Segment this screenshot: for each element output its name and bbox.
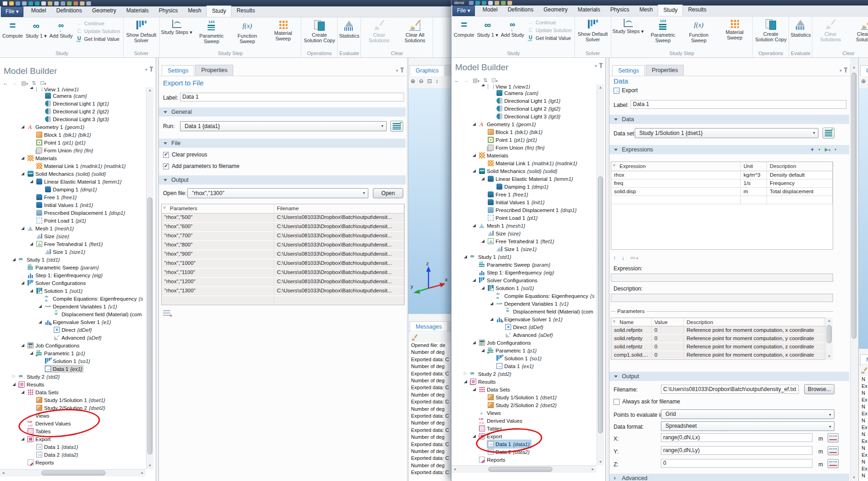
tree-item-size-1-size1[interactable]: Size 1{size1} [0,248,146,256]
tree-item-displacement-field-material-com-29[interactable]: Displacement field (Material) (com [0,310,146,318]
column-header-expression[interactable]: Expression [611,162,741,171]
save-icon[interactable] [469,1,473,5]
ribbon-tab-model[interactable]: Model [26,6,51,17]
column-header-unit[interactable]: Unit [741,162,767,171]
column-header-value[interactable]: Value [652,318,684,326]
tree-item-data-sets-39[interactable]: Data Sets [451,386,597,393]
table-row[interactable]: solid.dispmTotal displacement [611,188,833,196]
move-up-icon[interactable]: ↑ [613,254,616,261]
expanded-arrow-icon[interactable] [473,279,476,282]
browse-button[interactable]: Browse... [804,384,834,394]
ribbon-button-function-sweep[interactable]: Function Sweep [229,18,265,45]
tree-item-directional-light-3-lgt3[interactable]: Directional Light 3{lgt3} [0,115,146,123]
tree-item-view-1-view1[interactable]: View 1{view1} [0,87,146,92]
tree-item-data-1-ex1[interactable]: Data 1{ex1} [0,365,146,373]
parameters-scrollbar[interactable]: ▲ ▼ [825,318,833,360]
section-output[interactable]: Output [609,372,849,381]
coord-input-x[interactable]: range(0,dN,Lx) [661,433,812,442]
section-file[interactable]: File [159,139,406,148]
table-row[interactable]: freq1/sFrequency [611,179,833,188]
tree-toolbar[interactable]: ← → ▤▾ ⇅ ⊡▾ [454,77,498,84]
chevron-down-icon[interactable]: ▾ [840,68,842,73]
tree-item-advanced-adef[interactable]: Advanced{aDef} [451,331,597,339]
ribbon-tab-materials[interactable]: Materials [121,6,154,17]
tree-item-study-1-solution-1-dset1[interactable]: Study 1/Solution 1{dset1} [451,393,597,401]
tree-item-direct-ddef[interactable]: Direct{dDef} [451,323,597,331]
expanded-arrow-icon[interactable] [21,344,24,347]
tree-item-reports-48[interactable]: Reports [0,459,146,466]
tree-item-solver-configurations-25[interactable]: Solver Configurations [451,276,597,284]
scroll-thumb[interactable] [598,176,603,433]
tree-item-directional-light-2-lgt2[interactable]: Directional Light 2{lgt2} [0,107,146,115]
ribbon-button-add-study[interactable]: Add Study [48,18,74,39]
ribbon-button-update-solution[interactable]: Update Solution [527,27,571,34]
settings-vertical-scrollbar[interactable]: ▲ ▼ [850,64,857,481]
tree-item-free-tetrahedral-1-ftet1[interactable]: Free Tetrahedral 1{ftet1} [0,240,146,248]
zoom-out-icon[interactable]: ⊖ [419,78,423,84]
expanded-arrow-icon[interactable] [39,320,42,324]
tree-item-compile-equations-eigenfrequency-s[interactable]: Compile Equations: Eigenfrequency{s [0,295,146,302]
ribbon-button-study-steps[interactable]: Study Steps ▾ [160,18,194,35]
column-header-description[interactable]: Description [767,162,833,171]
output-files-table[interactable]: ParametersFilename"rhox","500"C:\Users\s… [161,204,405,305]
pin-icon[interactable] [151,67,152,72]
tree-item-solution-1-so1[interactable]: Solution 1{so1} [451,354,597,362]
collapsed-arrow-icon[interactable]: ▷ [12,374,16,378]
expanded-arrow-icon[interactable] [21,437,24,441]
pane-menu-icons[interactable]: ▾ [840,68,846,73]
tree-item-linear-elastic-material-1-lemm1[interactable]: Linear Elastic Material 1{lemm1} [0,178,146,185]
checkbox-row-clear-previous[interactable]: Clear previous [163,151,207,158]
ribbon-button-clear-all-solutions[interactable]: Clear All Solutions [397,18,433,44]
expanded-arrow-icon[interactable] [473,123,476,126]
ribbon-button-clear-solutions[interactable]: Clear Solutions [361,18,397,44]
ribbon-button-update-solution[interactable]: Update Solution [76,28,120,34]
parameters-table[interactable]: NameValueDescriptionsolid.refpntx0Refere… [611,318,832,360]
table-row[interactable]: solid.refpntx0Reference point for moment… [611,326,832,335]
tree-item-free-tetrahedral-1-ftet1[interactable]: Free Tetrahedral 1{ftet1} [451,237,597,245]
ribbon-button-statistics[interactable]: Statistics [789,17,812,38]
expanded-arrow-icon[interactable] [464,255,467,258]
ribbon-button-get-initial-value[interactable]: Get Initial Value [527,35,571,41]
expanded-arrow-icon[interactable] [473,224,476,227]
tree-item-directional-light-1-lgt1[interactable]: Directional Light 1{lgt1} [451,97,597,105]
ribbon-tab-definitions[interactable]: Definitions [502,5,538,16]
scroll-up-arrow[interactable]: ▲ [851,64,857,71]
expanded-arrow-icon[interactable] [39,305,42,308]
tree-item-results-38[interactable]: Results [451,378,597,386]
clear-messages-icon[interactable] [861,367,867,374]
tree-item-export-45[interactable]: Export [451,432,597,440]
expanded-arrow-icon[interactable] [481,349,485,352]
ribbon-button-material-sweep[interactable]: Material Sweep [265,18,301,42]
pin-icon[interactable] [401,68,403,73]
menu-caret-icon[interactable] [86,1,91,6]
ribbon-button-continue[interactable]: Continue [76,20,120,27]
go-to-source-button[interactable] [823,128,834,139]
ribbon-button-parametric-sweep[interactable]: Parametric Sweep [645,17,681,44]
tree-item-parametric-1-p1[interactable]: Parametric 1{p1} [0,349,146,357]
scroll-right-arrow[interactable]: ► [139,470,146,476]
back-arrow-icon[interactable]: ← [454,77,460,84]
forward-arrow-icon[interactable]: → [463,77,469,84]
tree-item-solver-configurations-25[interactable]: Solver Configurations [0,279,146,287]
expanded-arrow-icon[interactable] [481,240,485,243]
expanded-arrow-icon[interactable] [30,242,33,246]
scroll-left-arrow[interactable]: ◄ [451,466,458,473]
tree-vertical-scrollbar[interactable]: ▲ ▼ [597,84,604,465]
tree-item-point-1-pt1-pt1[interactable]: Point 1(pt1) {pt1} [451,136,597,144]
scroll-up-arrow[interactable]: ▲ [597,84,604,91]
ribbon-button-statistics[interactable]: Statistics [338,18,361,39]
expanded-arrow-icon[interactable] [473,341,476,344]
ribbon-button-create-solution-copy[interactable]: Create Solution Copy [301,18,337,44]
undo-icon[interactable] [28,1,33,6]
tree-item-data-1-data1[interactable]: Data 1{data1} [451,440,597,448]
column-header-name[interactable]: Name [611,318,652,326]
tree-item-study-2-solution-2-dset2[interactable]: Study 2/Solution 2{dset2} [0,404,146,412]
coord-input-z[interactable]: 0 [661,459,812,468]
graphics-canvas[interactable]: z y x [408,88,452,314]
ribbon-tab-geometry[interactable]: Geometry [87,6,121,17]
go-to-node-icon[interactable]: ⊡▾ [40,80,46,86]
ribbon-button-clear-all-solutions[interactable]: Clear All Solutions [848,17,868,43]
expressions-table[interactable]: ExpressionUnitDescriptionrhoxkg/m^3Densi… [611,162,833,250]
section-output[interactable]: Output [159,175,406,185]
range-button[interactable] [828,459,839,468]
